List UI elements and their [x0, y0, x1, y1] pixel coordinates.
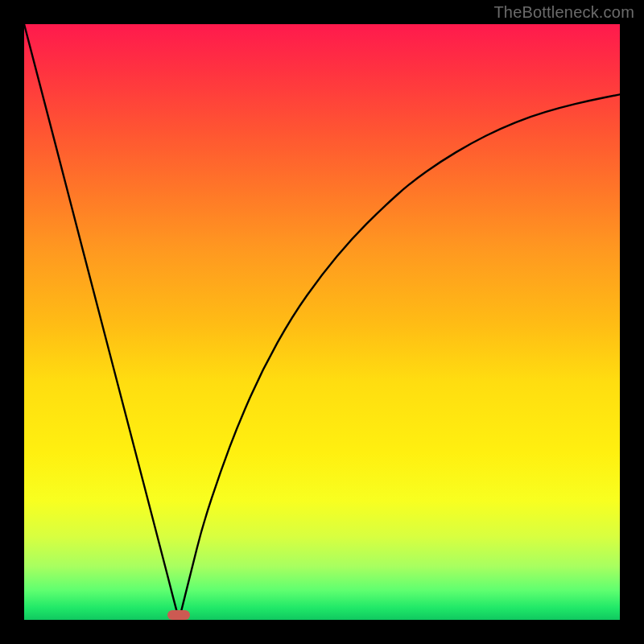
right-branch-path — [179, 94, 620, 620]
plot-area — [24, 24, 620, 620]
curve-layer — [24, 24, 620, 620]
chart-frame: TheBottleneck.com — [0, 0, 644, 644]
optimal-marker — [167, 610, 190, 620]
watermark-text: TheBottleneck.com — [493, 3, 634, 22]
left-branch-path — [24, 24, 179, 620]
